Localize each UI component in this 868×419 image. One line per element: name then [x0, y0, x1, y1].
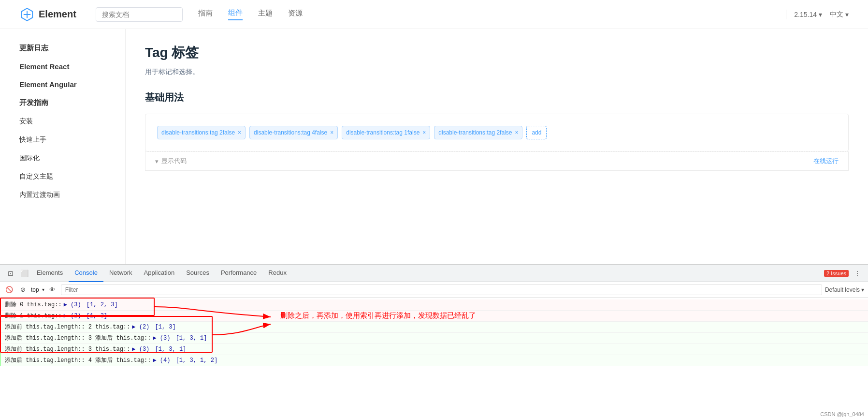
tag-label-3: disable-transitions:tag 2false	[438, 129, 512, 136]
page-description: 用于标记和选择。	[145, 68, 849, 76]
header: Element 指南 组件 主题 资源 2.15.14 ▾ 中文 ▾	[0, 0, 868, 29]
sidebar-item-custom-theme[interactable]: 自定义主题	[0, 167, 125, 186]
tag-close-1[interactable]: ×	[330, 129, 333, 136]
nav-resources[interactable]: 资源	[288, 9, 303, 20]
sidebar-item-install[interactable]: 安装	[0, 112, 125, 131]
demo-box: disable-transitions:tag 2false × disable…	[145, 114, 849, 151]
tag-label-0: disable-transitions:tag 2false	[161, 129, 235, 136]
sidebar-item-quickstart[interactable]: 快速上手	[0, 131, 125, 149]
tag-close-3[interactable]: ×	[515, 129, 518, 136]
chevron-down-icon: ▾	[155, 158, 159, 165]
online-run-link[interactable]: 在线运行	[813, 157, 839, 165]
main-container: 更新日志 Element React Element Angular 开发指南 …	[0, 29, 868, 264]
chevron-down-icon: ▾	[845, 11, 849, 18]
doc-content: Tag 标签 用于标记和选择。 基础用法 disable-transitions…	[126, 29, 868, 264]
section-title: 基础用法	[145, 91, 849, 104]
nav-right: 2.15.14 ▾ 中文 ▾	[786, 10, 849, 19]
main-nav: 指南 组件 主题 资源	[198, 8, 303, 20]
sidebar-item-react[interactable]: Element React	[0, 58, 125, 75]
nav-components[interactable]: 组件	[228, 8, 243, 20]
logo-text: Element	[39, 9, 76, 20]
logo-area: Element	[19, 7, 76, 22]
tag-item-1: disable-transitions:tag 4false ×	[249, 126, 338, 139]
sidebar-item-transitions[interactable]: 内置过渡动画	[0, 186, 125, 204]
search-input[interactable]	[96, 7, 183, 22]
version-selector[interactable]: 2.15.14 ▾	[794, 11, 822, 18]
chevron-down-icon: ▾	[819, 11, 822, 18]
lang-selector[interactable]: 中文 ▾	[830, 10, 849, 19]
nav-guide[interactable]: 指南	[198, 9, 213, 20]
tag-label-1: disable-transitions:tag 4false	[254, 129, 327, 136]
lang-label: 中文	[830, 10, 843, 19]
tag-item-2: disable-transitions:tag 1false ×	[342, 126, 430, 139]
sidebar-item-devguide[interactable]: 开发指南	[0, 93, 125, 112]
sidebar-item-angular[interactable]: Element Angular	[0, 75, 125, 93]
tag-item-0: disable-transitions:tag 2false ×	[157, 126, 246, 139]
tag-item-3: disable-transitions:tag 2false ×	[434, 126, 522, 139]
tag-close-0[interactable]: ×	[238, 129, 241, 136]
sidebar-item-i18n[interactable]: 国际化	[0, 149, 125, 167]
tag-close-2[interactable]: ×	[422, 129, 426, 136]
demo-footer: ▾ 显示代码 在线运行	[145, 151, 849, 171]
version-label: 2.15.14	[794, 11, 817, 18]
tags-container: disable-transitions:tag 2false × disable…	[157, 126, 837, 139]
nav-theme[interactable]: 主题	[258, 9, 273, 20]
add-tag-button[interactable]: add	[526, 126, 547, 139]
sidebar-item-changelog[interactable]: 更新日志	[0, 39, 125, 58]
show-code-button[interactable]: ▾ 显示代码	[155, 157, 187, 165]
sidebar: 更新日志 Element React Element Angular 开发指南 …	[0, 29, 126, 264]
nav-divider	[786, 10, 786, 19]
page-title: Tag 标签	[145, 44, 849, 62]
element-logo-icon	[19, 7, 35, 22]
show-code-label: 显示代码	[161, 157, 187, 165]
tag-label-2: disable-transitions:tag 1false	[346, 129, 420, 136]
